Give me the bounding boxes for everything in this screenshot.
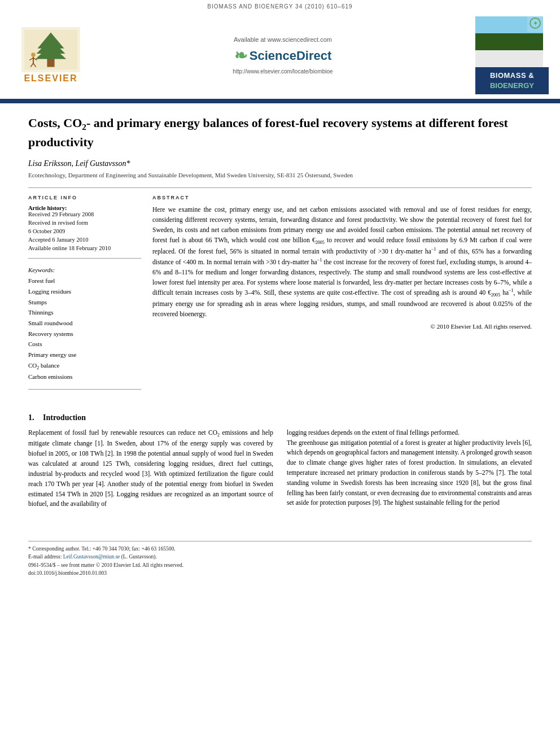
journal-name: BIOMASS AND BIOENERGY 34 (2010) 610–619 [207, 3, 352, 10]
history-label: Article history: [28, 205, 141, 211]
copyright: © 2010 Elsevier Ltd. All rights reserved… [152, 323, 532, 330]
received-2b: 6 October 2009 [28, 228, 141, 234]
online: Available online 18 February 2010 [28, 245, 141, 251]
keyword-recovery: Recovery systems [28, 329, 141, 339]
journal-logo: ✦ BIOMASS & BIOENERGY [475, 16, 549, 94]
divider-bottom-left [28, 389, 141, 390]
keyword-stumps: Stumps [28, 297, 141, 308]
email-person: (L. Gustavsson). [121, 554, 157, 560]
email-link[interactable]: Leif.Gustavsson@miun.se [63, 554, 120, 560]
header-logos: ELSEVIER Available at www.sciencedirect.… [0, 12, 560, 100]
sd-name: ScienceDirect [250, 49, 332, 63]
abstract-label: ABSTRACT [152, 195, 532, 200]
email-label: E-mail address: [28, 554, 62, 560]
divider-keywords [28, 258, 141, 259]
sd-url: http://www.elsevier.com/locate/biombioe [90, 68, 475, 75]
keywords-label: Keywords: [28, 267, 141, 273]
available-text: Available at www.sciencedirect.com [90, 36, 475, 43]
section-1-heading: 1. Introduction [28, 413, 532, 422]
article-title: Costs, CO2- and primary energy balances … [28, 115, 532, 150]
info-abstract-section: ARTICLE INFO Article history: Received 2… [28, 195, 532, 396]
authors: Lisa Eriksson, Leif Gustavsson* [28, 159, 532, 168]
keyword-logging: Logging residues [28, 286, 141, 297]
footnote: * Corresponding author. Tel.: +46 70 344… [0, 545, 560, 577]
keyword-costs: Costs [28, 339, 141, 350]
accepted: Accepted 6 January 2010 [28, 237, 141, 243]
elsevier-logo: ELSEVIER [11, 27, 90, 84]
journal-image: ✦ [475, 16, 543, 67]
sciencedirect-logo: Available at www.sciencedirect.com ❧ Sci… [90, 36, 475, 75]
sd-small-icon: ✦ [530, 18, 541, 29]
article-history: Article history: Received 29 February 20… [28, 205, 141, 251]
section-1-right: logging residues depends on the extent o… [287, 428, 532, 509]
keyword-primary-energy: Primary energy use [28, 350, 141, 360]
journal-header: BIOMASS AND BIOENERGY 34 (2010) 610–619 [0, 0, 560, 12]
keyword-thinnings: Thinnings [28, 307, 141, 318]
svg-text:✦: ✦ [533, 20, 538, 27]
received-2: Received in revised form [28, 220, 141, 226]
email-line: E-mail address: Leif.Gustavsson@miun.se … [28, 553, 532, 561]
page: BIOMASS AND BIOENERGY 34 (2010) 610–619 [0, 0, 560, 577]
journal-logo-box: BIOMASS & BIOENERGY [475, 67, 549, 94]
sd-leaf-icon: ❧ [234, 46, 247, 65]
doi-line: doi:10.1016/j.biombioe.2010.01.003 [28, 569, 532, 577]
received-1: Received 29 February 2008 [28, 211, 141, 217]
affiliation: Ecotechnology, Department of Engineering… [28, 172, 532, 178]
section-1-para-3: The greenhouse gas mitigation potential … [287, 438, 532, 509]
section-1-title: Introduction [43, 413, 86, 422]
corresponding-note: * Corresponding author. Tel.: +46 70 344… [28, 545, 532, 553]
sd-logo-container: ❧ ScienceDirect [90, 46, 475, 65]
footer-divider [28, 541, 532, 541]
section-1-body: Replacement of fossil fuel by renewable … [28, 428, 532, 509]
journal-biomass: BIOMASS & [480, 71, 544, 81]
elsevier-tree-icon [20, 27, 82, 72]
abstract-col: ABSTRACT Here we examine the cost, prima… [152, 195, 532, 396]
section-1-left: Replacement of fossil fuel by renewable … [28, 428, 273, 509]
section-1: 1. Introduction Replacement of fossil fu… [28, 413, 532, 509]
article-info-col: ARTICLE INFO Article history: Received 2… [28, 195, 141, 396]
keywords-section: Keywords: Forest fuel Logging residues S… [28, 267, 141, 382]
section-1-number: 1. [28, 413, 34, 422]
article-info-label: ARTICLE INFO [28, 195, 141, 200]
section-1-para-2: logging residues depends on the extent o… [287, 428, 532, 438]
section-1-para-1: Replacement of fossil fuel by renewable … [28, 428, 273, 509]
keyword-carbon: Carbon emissions [28, 372, 141, 382]
keyword-co2: CO2 balance [28, 360, 141, 372]
journal-bioenergy: BIOENERGY [480, 81, 544, 91]
svg-point-6 [31, 53, 36, 57]
elsevier-text: ELSEVIER [24, 73, 77, 84]
keyword-small-roundwood: Small roundwood [28, 318, 141, 329]
abstract-text: Here we examine the cost, primary energy… [152, 205, 532, 319]
keyword-forest-fuel: Forest fuel [28, 276, 141, 286]
issn-line: 0961-9534/$ – see front matter © 2010 El… [28, 561, 532, 569]
divider-1 [28, 187, 532, 188]
keywords-list: Forest fuel Logging residues Stumps Thin… [28, 276, 141, 382]
article-content: Costs, CO2- and primary energy balances … [0, 103, 560, 530]
